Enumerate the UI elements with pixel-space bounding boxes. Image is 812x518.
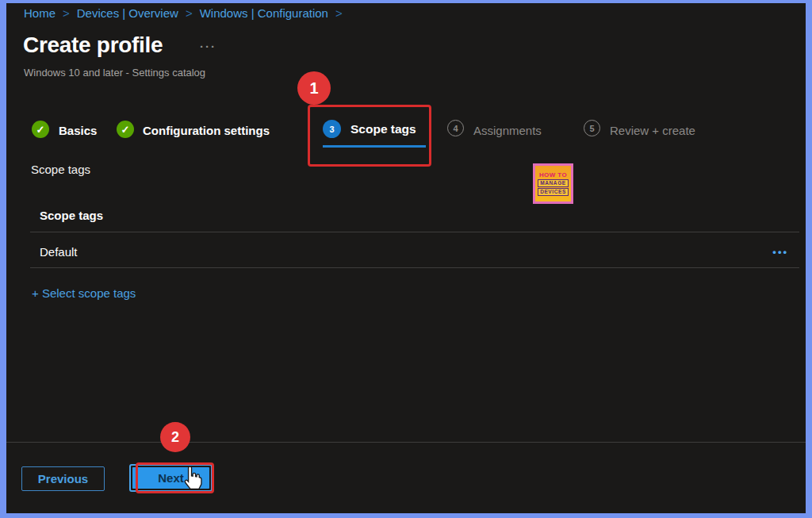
breadcrumb-windows-configuration[interactable]: Windows | Configuration: [200, 6, 328, 20]
tab-basics[interactable]: Basics: [59, 124, 97, 137]
step-number-icon: 3: [323, 120, 341, 138]
table-column-header-scope-tags: Scope tags: [40, 209, 103, 222]
logo-text-devices: DEVICES: [538, 188, 569, 196]
tab-review-create[interactable]: Review + create: [610, 124, 695, 137]
table-header-divider: [30, 232, 799, 232]
step-complete-check-icon: ✓: [117, 121, 134, 138]
more-menu-icon[interactable]: ···: [200, 40, 216, 53]
tab-configuration-settings[interactable]: Configuration settings: [143, 124, 270, 137]
howtomanagedevices-logo: HOW TO MANAGE DEVICES: [533, 163, 573, 204]
breadcrumb: Home > Devices | Overview > Windows | Co…: [24, 6, 343, 20]
page-title: Create profile: [23, 33, 163, 58]
previous-button[interactable]: Previous: [21, 466, 105, 491]
breadcrumb-separator: >: [63, 6, 70, 20]
footer-divider: [6, 442, 806, 443]
annotation-step-1-badge: 1: [297, 71, 331, 105]
active-tab-underline: [323, 145, 426, 148]
annotation-step-2-badge: 2: [160, 422, 190, 452]
next-button-label: Next: [132, 467, 209, 489]
step-complete-check-icon: ✓: [32, 121, 49, 138]
breadcrumb-home[interactable]: Home: [24, 6, 56, 20]
page-subtitle: Windows 10 and later - Settings catalog: [24, 67, 205, 79]
tab-assignments[interactable]: Assignments: [473, 124, 542, 137]
scope-tag-value: Default: [40, 245, 78, 259]
tab-scope-tags[interactable]: Scope tags: [350, 122, 416, 136]
scope-tags-section-label: Scope tags: [31, 163, 90, 176]
logo-text-howto: HOW TO: [539, 171, 567, 178]
step-number-icon: 4: [447, 120, 464, 136]
logo-text-manage: MANAGE: [538, 179, 569, 187]
next-button[interactable]: Next: [129, 464, 213, 492]
breadcrumb-separator: >: [186, 6, 193, 20]
breadcrumb-separator: >: [335, 6, 343, 20]
select-scope-tags-link[interactable]: + Select scope tags: [32, 286, 136, 300]
table-row: Default •••: [30, 236, 799, 267]
step-number-icon: 5: [584, 120, 600, 136]
breadcrumb-devices-overview[interactable]: Devices | Overview: [77, 6, 178, 20]
row-context-menu-icon[interactable]: •••: [772, 246, 788, 258]
screen: Home > Devices | Overview > Windows | Co…: [0, 0, 812, 518]
table-row-divider: [30, 267, 799, 268]
